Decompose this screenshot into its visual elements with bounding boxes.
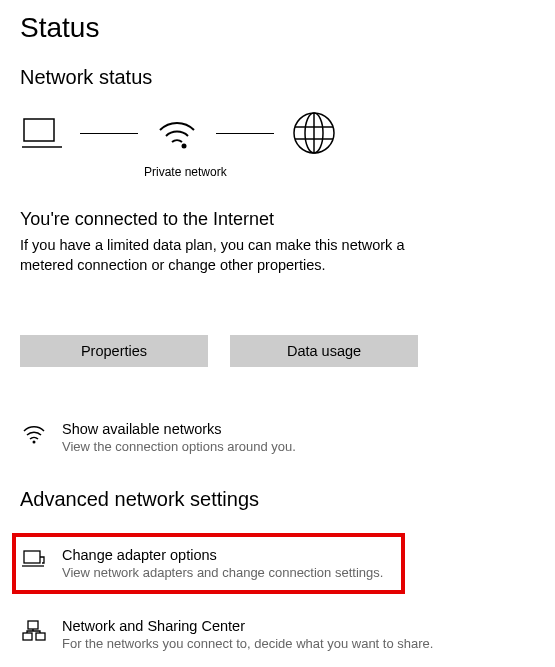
computer-icon bbox=[22, 117, 62, 149]
svg-rect-5 bbox=[24, 551, 40, 563]
network-status-heading: Network status bbox=[20, 66, 535, 89]
page-title: Status bbox=[20, 12, 535, 44]
change-adapter-title: Change adapter options bbox=[62, 547, 399, 563]
sharing-center-title: Network and Sharing Center bbox=[62, 618, 533, 634]
adapter-icon bbox=[22, 547, 46, 569]
svg-point-1 bbox=[182, 144, 187, 149]
globe-icon bbox=[292, 111, 336, 155]
svg-point-4 bbox=[33, 441, 36, 444]
wifi-small-icon bbox=[22, 421, 46, 445]
button-row: Properties Data usage bbox=[20, 335, 535, 367]
change-adapter-desc: View network adapters and change connect… bbox=[62, 565, 399, 580]
data-usage-button[interactable]: Data usage bbox=[230, 335, 418, 367]
highlight-box: Change adapter options View network adap… bbox=[12, 533, 405, 594]
change-adapter-options[interactable]: Change adapter options View network adap… bbox=[16, 541, 401, 586]
connection-line bbox=[80, 133, 138, 134]
network-status-graphic bbox=[20, 111, 535, 155]
network-type-label: Private network bbox=[144, 165, 535, 179]
sharing-center-icon bbox=[22, 618, 46, 642]
connection-status-title: You're connected to the Internet bbox=[20, 209, 535, 230]
properties-button[interactable]: Properties bbox=[20, 335, 208, 367]
show-networks-title: Show available networks bbox=[62, 421, 533, 437]
show-available-networks[interactable]: Show available networks View the connect… bbox=[20, 415, 535, 460]
svg-rect-6 bbox=[28, 621, 38, 629]
svg-rect-7 bbox=[23, 633, 32, 640]
advanced-settings-heading: Advanced network settings bbox=[20, 488, 535, 511]
connection-status-body: If you have a limited data plan, you can… bbox=[20, 236, 460, 275]
svg-rect-8 bbox=[36, 633, 45, 640]
sharing-center-desc: For the networks you connect to, decide … bbox=[62, 636, 533, 651]
wifi-icon bbox=[156, 116, 198, 150]
show-networks-desc: View the connection options around you. bbox=[62, 439, 533, 454]
svg-rect-0 bbox=[24, 119, 54, 141]
network-sharing-center[interactable]: Network and Sharing Center For the netwo… bbox=[20, 612, 535, 657]
connection-line bbox=[216, 133, 274, 134]
